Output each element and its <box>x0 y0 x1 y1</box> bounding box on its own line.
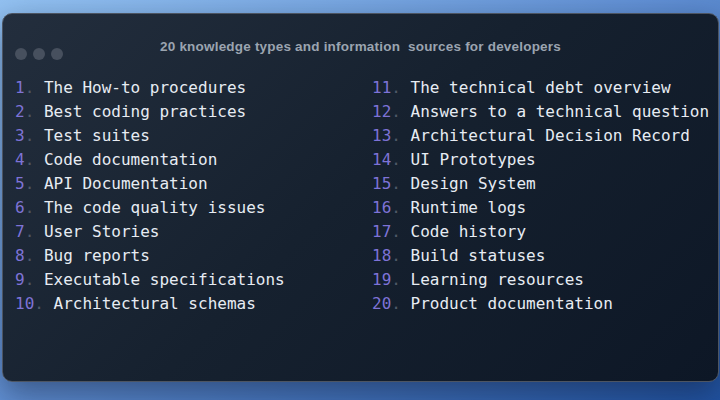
list-item: 17.Code history <box>372 220 718 244</box>
item-number: 10 <box>15 294 34 313</box>
item-separator: . <box>391 246 401 265</box>
list-content: 1.The How-to procedures 2.Best coding pr… <box>3 64 718 316</box>
item-label: Executable specifications <box>44 270 285 289</box>
item-number: 7 <box>15 222 25 241</box>
item-number: 20 <box>372 294 391 313</box>
item-label: Runtime logs <box>411 198 527 217</box>
item-separator: . <box>25 150 35 169</box>
item-separator: . <box>391 174 401 193</box>
item-number: 3 <box>15 126 25 145</box>
item-separator: . <box>391 294 401 313</box>
list-item: 7.User Stories <box>15 220 372 244</box>
item-separator: . <box>25 102 35 121</box>
list-item: 4.Code documentation <box>15 148 372 172</box>
item-label: Design System <box>411 174 536 193</box>
list-item: 3.Test suites <box>15 124 372 148</box>
item-label: API Documentation <box>44 174 208 193</box>
window-titlebar[interactable]: 20 knowledge types and information sourc… <box>3 14 718 64</box>
item-number: 4 <box>15 150 25 169</box>
item-separator: . <box>25 270 35 289</box>
list-item: 1.The How-to procedures <box>15 76 372 100</box>
item-separator: . <box>25 126 35 145</box>
item-number: 17 <box>372 222 391 241</box>
list-item: 15.Design System <box>372 172 718 196</box>
item-number: 13 <box>372 126 391 145</box>
item-number: 15 <box>372 174 391 193</box>
terminal-window: 20 knowledge types and information sourc… <box>2 13 719 382</box>
item-label: Product documentation <box>411 294 613 313</box>
item-label: The How-to procedures <box>44 78 246 97</box>
list-item: 6.The code quality issues <box>15 196 372 220</box>
item-separator: . <box>391 222 401 241</box>
list-column-left: 1.The How-to procedures 2.Best coding pr… <box>15 76 372 316</box>
item-number: 16 <box>372 198 391 217</box>
item-label: Test suites <box>44 126 150 145</box>
item-label: Build statuses <box>411 246 546 265</box>
item-separator: . <box>391 102 401 121</box>
item-number: 2 <box>15 102 25 121</box>
item-number: 6 <box>15 198 25 217</box>
item-separator: . <box>391 198 401 217</box>
item-label: Architectural Decision Record <box>411 126 690 145</box>
item-number: 9 <box>15 270 25 289</box>
item-label: Code documentation <box>44 150 217 169</box>
item-separator: . <box>25 78 35 97</box>
list-item: 20.Product documentation <box>372 292 718 316</box>
item-label: Learning resources <box>411 270 584 289</box>
item-separator: . <box>25 174 35 193</box>
item-separator: . <box>25 198 35 217</box>
list-item: 13.Architectural Decision Record <box>372 124 718 148</box>
item-label: The technical debt overview <box>411 78 671 97</box>
item-separator: . <box>25 222 35 241</box>
list-item: 8.Bug reports <box>15 244 372 268</box>
item-label: Bug reports <box>44 246 150 265</box>
item-label: Best coding practices <box>44 102 246 121</box>
window-title: 20 knowledge types and information sourc… <box>160 39 561 54</box>
item-number: 5 <box>15 174 25 193</box>
list-item: 11.The technical debt overview <box>372 76 718 100</box>
list-item: 9.Executable specifications <box>15 268 372 292</box>
item-number: 14 <box>372 150 391 169</box>
item-number: 11 <box>372 78 391 97</box>
item-separator: . <box>391 150 401 169</box>
list-item: 18.Build statuses <box>372 244 718 268</box>
list-item: 2.Best coding practices <box>15 100 372 124</box>
item-number: 8 <box>15 246 25 265</box>
item-number: 12 <box>372 102 391 121</box>
minimize-button-icon[interactable] <box>33 48 45 60</box>
list-item: 12.Answers to a technical question <box>372 100 718 124</box>
item-separator: . <box>25 246 35 265</box>
list-item: 14.UI Prototypes <box>372 148 718 172</box>
list-item: 19.Learning resources <box>372 268 718 292</box>
item-number: 18 <box>372 246 391 265</box>
item-separator: . <box>391 126 401 145</box>
list-item: 16.Runtime logs <box>372 196 718 220</box>
item-label: Architectural schemas <box>54 294 256 313</box>
item-label: The code quality issues <box>44 198 266 217</box>
item-label: Answers to a technical question <box>411 102 710 121</box>
item-separator: . <box>391 270 401 289</box>
item-label: User Stories <box>44 222 160 241</box>
item-label: UI Prototypes <box>411 150 536 169</box>
item-number: 1 <box>15 78 25 97</box>
window-controls <box>15 48 63 60</box>
item-label: Code history <box>411 222 527 241</box>
list-item: 10.Architectural schemas <box>15 292 372 316</box>
list-column-right: 11.The technical debt overview 12.Answer… <box>372 76 718 316</box>
item-separator: . <box>34 294 44 313</box>
list-item: 5.API Documentation <box>15 172 372 196</box>
zoom-button-icon[interactable] <box>51 48 63 60</box>
item-number: 19 <box>372 270 391 289</box>
close-button-icon[interactable] <box>15 48 27 60</box>
item-separator: . <box>391 78 401 97</box>
